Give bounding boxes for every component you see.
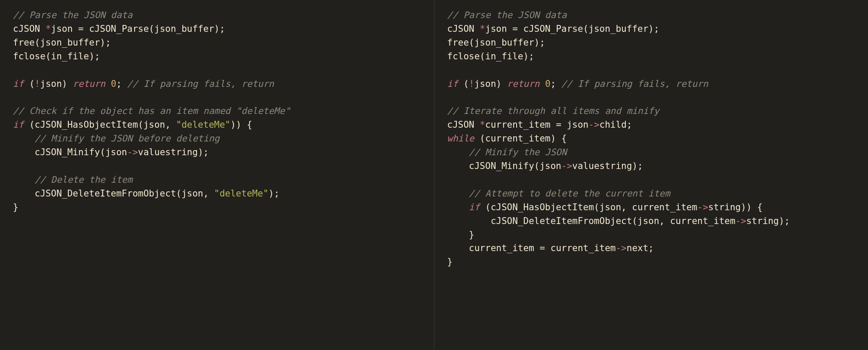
code-string: "deleteMe" [176,120,230,130]
code-number: 0 [111,79,117,89]
code-keyword: if [447,79,458,89]
code-text: ! [469,79,474,89]
code-text: cJSON_Minify(json [13,147,127,157]
code-keyword: return [507,79,540,89]
code-text: cJSON_DeleteItemFromObject(json, current… [447,216,736,226]
diff-container: // Parse the JSON data cJSON *json = cJS… [0,0,868,350]
code-text: cJSON_Parse(json_buffer); [83,24,225,34]
code-text: (cJSON_HasObjectItem(json, [24,120,176,130]
code-text [539,79,545,89]
code-keyword: if [447,202,480,212]
code-text: ; [551,79,561,89]
right-code-pane[interactable]: // Parse the JSON data cJSON *json = cJS… [434,0,868,350]
code-comment: // Iterate through all items and minify [447,106,659,116]
code-text: * [46,24,51,34]
code-text: free(json_buffer); [447,37,545,48]
code-text: -> [588,120,599,130]
code-comment: // If parsing fails, return [127,79,274,89]
code-text: (cJSON_HasObjectItem(json, current_item [480,202,697,212]
code-comment: // If parsing fails, return [561,79,708,89]
code-text: string); [746,216,790,226]
code-text: ( [458,79,469,89]
code-text: string)) { [708,202,762,212]
code-text: cJSON_DeleteItemFromObject(json, [13,188,214,199]
left-code-pane[interactable]: // Parse the JSON data cJSON *json = cJS… [0,0,434,350]
code-text: valuestring); [138,147,209,157]
code-text: } [447,257,453,267]
code-text: ( [24,79,34,89]
code-keyword: if [13,79,24,89]
code-text: next; [627,243,654,253]
code-text: valuestring); [572,161,643,171]
code-string: "deleteMe" [214,188,268,199]
code-comment: // Minify the JSON before deleting [13,133,219,144]
code-text: json [485,24,512,34]
code-text: fclose(in_file); [447,51,534,61]
code-text: = [512,24,518,34]
code-comment: // Delete the item [13,175,132,185]
code-text: = [539,243,545,253]
code-text: json) [474,79,507,89]
code-text: ; [116,79,127,89]
code-text: cJSON_Parse(json_buffer); [518,24,659,34]
code-text: } [13,202,18,212]
code-text: fclose(in_file); [13,51,100,61]
code-text: = [78,24,84,34]
code-text: ); [268,188,279,199]
code-text: * [480,24,485,34]
code-text: current_item [447,243,540,253]
code-text: child; [600,120,632,130]
code-comment: // Check if the object has an item named… [13,106,290,116]
code-text: current_item [545,243,616,253]
code-text: cJSON [447,24,480,34]
code-text: = [556,120,561,130]
code-text: -> [561,161,572,171]
code-text: )) { [231,120,252,130]
code-text: ! [35,79,40,89]
code-comment: // Parse the JSON data [447,10,567,20]
code-text [105,79,111,89]
code-text: cJSON_Minify(json [447,161,562,171]
code-text: json) [40,79,73,89]
code-text: -> [616,243,626,253]
code-comment: // Attempt to delete the current item [447,188,670,199]
code-text: } [447,230,474,240]
code-keyword: if [13,120,24,130]
code-comment: // Parse the JSON data [13,10,132,20]
code-keyword: return [73,79,105,89]
code-text: free(json_buffer); [13,37,111,48]
code-comment: // Minify the JSON [447,147,567,157]
code-text: -> [697,202,708,212]
code-keyword: while [447,133,474,144]
code-text: current_item [485,120,556,130]
code-text: cJSON [447,120,480,130]
code-text: cJSON [13,24,46,34]
code-number: 0 [545,79,551,89]
code-text: json [51,24,78,34]
code-text: -> [736,216,746,226]
code-text: -> [127,147,138,157]
code-text: (current_item) { [474,133,567,144]
code-text: * [480,120,485,130]
code-text: json [561,120,588,130]
